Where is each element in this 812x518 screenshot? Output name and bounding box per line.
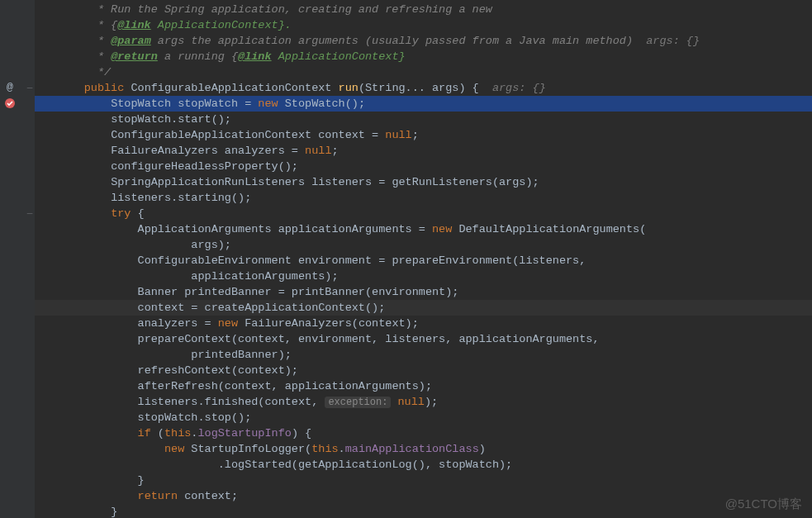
code-line: Banner printedBanner = printBanner(envir…	[35, 284, 812, 300]
code-line: FailureAnalyzers analyzers = null;	[35, 143, 812, 159]
code-line: prepareContext(context, environment, lis…	[35, 331, 812, 347]
editor-gutter: @ ─ ─	[0, 0, 35, 518]
code-line: applicationArguments);	[35, 269, 812, 284]
code-line: listeners.finished(context, exception: n…	[35, 394, 812, 410]
fold-column: ─ ─	[25, 0, 35, 518]
fold-marker-icon[interactable]: ─	[25, 81, 35, 97]
code-line: ConfigurableEnvironment environment = pr…	[35, 253, 812, 269]
code-line: ConfigurableApplicationContext context =…	[35, 127, 812, 143]
breakpoint-icon[interactable]	[3, 97, 17, 110]
override-icon[interactable]: @	[3, 80, 17, 93]
code-line: printedBanner);	[35, 347, 812, 363]
code-line: ApplicationArguments applicationArgument…	[35, 221, 812, 237]
code-line: * @return a running {@link ApplicationCo…	[35, 49, 812, 64]
watermark: @51CTO博客	[725, 496, 802, 511]
code-line: new StartupInfoLogger(this.mainApplicati…	[35, 441, 812, 457]
code-line: }	[35, 473, 812, 488]
code-line: .logStarted(getApplicationLog(), stopWat…	[35, 457, 812, 473]
code-line: */	[35, 64, 812, 80]
code-line: stopWatch.start();	[35, 112, 812, 127]
code-line: afterRefresh(context, applicationArgumen…	[35, 378, 812, 394]
code-line: try {	[35, 206, 812, 221]
code-line: listeners.starting();	[35, 190, 812, 206]
fold-marker-icon[interactable]: ─	[25, 207, 35, 222]
code-line-highlighted: StopWatch stopWatch = new StopWatch();	[35, 96, 812, 112]
code-line: * Run the Spring application, creating a…	[35, 2, 812, 17]
code-line: analyzers = new FailureAnalyzers(context…	[35, 316, 812, 331]
code-line: return context;	[35, 488, 812, 504]
code-area[interactable]: * Run the Spring application, creating a…	[35, 0, 812, 518]
code-line-caret: context = createApplicationContext();	[35, 300, 812, 316]
code-editor[interactable]: @ ─ ─ * Run the Spring application, crea…	[0, 0, 812, 518]
code-line: * @param args the application arguments …	[35, 33, 812, 49]
code-line: configureHeadlessProperty();	[35, 159, 812, 174]
code-line: public ConfigurableApplicationContext ru…	[35, 80, 812, 96]
code-line: if (this.logStartupInfo) {	[35, 425, 812, 441]
code-line: refreshContext(context);	[35, 363, 812, 378]
code-line: * {@link ApplicationContext}.	[35, 17, 812, 33]
code-line: args);	[35, 237, 812, 253]
code-line: SpringApplicationRunListeners listeners …	[35, 174, 812, 190]
code-line: }	[35, 504, 812, 518]
code-line: stopWatch.stop();	[35, 410, 812, 425]
